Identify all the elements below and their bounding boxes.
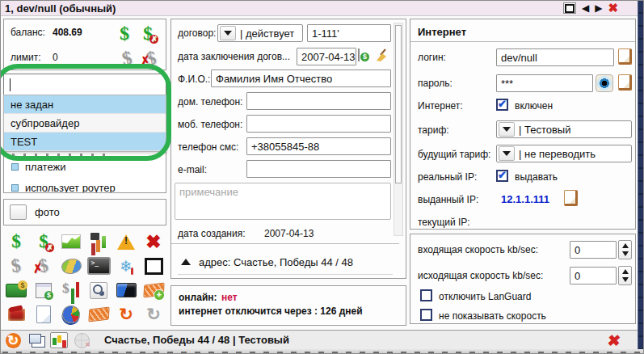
freeze-account-icon[interactable]	[112, 254, 140, 278]
document-icon[interactable]	[30, 302, 57, 327]
login-label: логин:	[418, 52, 446, 63]
group-filter-input[interactable]	[3, 74, 166, 95]
contract-status-value: | действует	[240, 27, 294, 40]
prev-user-icon[interactable]: ◀	[582, 2, 589, 14]
money-add-icon[interactable]: $	[2, 230, 30, 254]
limit-value: 0	[53, 52, 58, 63]
text-caret	[10, 78, 11, 91]
delete-user-icon[interactable]	[140, 230, 167, 254]
email-input[interactable]	[246, 160, 391, 178]
home-phone-input[interactable]	[246, 92, 391, 110]
copy-clipboard-icon[interactable]	[618, 48, 632, 65]
objects-diagram-icon[interactable]	[85, 230, 112, 254]
close-icon[interactable]	[605, 332, 623, 348]
money-gray-icon[interactable]: $	[2, 254, 30, 278]
money-gray-remove-icon[interactable]: $✗	[30, 254, 57, 278]
password-input[interactable]: ***	[496, 74, 593, 92]
bar-chart-icon[interactable]	[50, 332, 68, 348]
dropdown-option-test[interactable]: TEST	[4, 133, 166, 151]
group-dropdown: не задан субпровайдер TEST	[3, 95, 166, 152]
monitor-icon[interactable]	[140, 254, 167, 278]
login-input[interactable]: dev/null	[496, 48, 614, 66]
hide-speed-checkbox[interactable]	[420, 309, 432, 321]
coins-icon[interactable]	[57, 254, 85, 278]
sms-phone-input[interactable]: +38055845-88	[246, 137, 391, 155]
balance-value: 408.69	[53, 27, 82, 38]
chevron-down-icon[interactable]	[499, 122, 515, 137]
list-item-label: использует роутер	[25, 182, 116, 193]
in-speed-input[interactable]: 0	[570, 241, 617, 259]
side-tab-strip[interactable]	[638, 1, 644, 349]
list-item-payments[interactable]: платежи	[4, 161, 166, 175]
copy-clipboard-icon[interactable]	[564, 190, 578, 206]
calendar-money-icon[interactable]	[30, 278, 57, 302]
money-remove-icon[interactable]: $✗	[143, 24, 153, 42]
maximize-icon[interactable]	[563, 2, 576, 14]
cascade-windows-icon[interactable]	[27, 332, 45, 348]
future-tariff-label: будущий тариф:	[418, 149, 490, 160]
collapse-icon[interactable]	[181, 259, 191, 265]
divider	[410, 41, 635, 42]
address-row[interactable]: адрес: Счастье, Победы 44 / 48	[199, 256, 353, 268]
calendar-icon[interactable]	[358, 49, 373, 64]
chevron-down-icon[interactable]	[10, 204, 27, 220]
globe-offline-icon[interactable]	[73, 332, 90, 348]
card-icon[interactable]	[85, 302, 112, 327]
divider	[171, 243, 399, 244]
email-label: e-mail:	[178, 164, 207, 175]
contract-date-input[interactable]: 2007-04-13	[297, 48, 356, 65]
languard-checkbox[interactable]	[420, 289, 432, 301]
chevron-down-icon[interactable]	[499, 146, 515, 161]
hide-speed-label: не показывать скорость	[439, 310, 546, 322]
mob-phone-input[interactable]	[246, 115, 391, 133]
tariff-combo[interactable]: | Тестовый	[496, 120, 632, 138]
future-tariff-value: | не переводить	[519, 148, 596, 160]
list-item-uses-router[interactable]: использует роутер	[4, 182, 166, 193]
search-icon[interactable]	[85, 278, 112, 302]
out-speed-stepper[interactable]	[618, 266, 632, 285]
gift-icon[interactable]	[2, 302, 30, 327]
future-tariff-combo[interactable]: | не переводить	[496, 145, 632, 162]
scrollbar-thumb[interactable]	[395, 25, 402, 183]
fio-label: Ф.И.О.:	[178, 74, 210, 85]
show-password-eye-icon[interactable]	[596, 74, 613, 92]
money-add-icon[interactable]: $	[120, 24, 129, 42]
bluescreen-flag-icon[interactable]	[112, 278, 140, 302]
password-label: пароль:	[418, 78, 452, 89]
contract-number-input[interactable]: 1-111'	[307, 24, 391, 42]
clear-broom-icon[interactable]	[375, 48, 389, 62]
out-speed-value: 0	[575, 270, 580, 282]
console-icon[interactable]	[85, 254, 112, 278]
fio-input[interactable]: Фамилия Имя Отчество	[211, 70, 391, 87]
dropdown-option-subprovider[interactable]: субпровайдер	[4, 114, 166, 133]
warning-icon[interactable]	[112, 230, 140, 254]
refresh-orange-icon[interactable]	[112, 302, 140, 327]
out-speed-input[interactable]: 0	[570, 267, 617, 284]
contract-status-combo[interactable]: | действует	[217, 24, 303, 42]
real-ip-state: выдавать	[515, 171, 558, 183]
limit-money-icon[interactable]: $	[120, 48, 133, 68]
traffic-chart-icon[interactable]	[57, 230, 85, 254]
money-block-icon[interactable]: $✗	[30, 230, 57, 254]
next-user-icon[interactable]: ▶	[595, 2, 602, 14]
tariff-value: | Тестовый	[519, 124, 570, 136]
in-speed-stepper[interactable]	[618, 240, 632, 259]
form-scrollbar[interactable]	[394, 23, 403, 236]
real-ip-checkbox[interactable]	[496, 170, 508, 182]
pie-chart-icon[interactable]	[57, 302, 85, 327]
dropdown-option-not-set[interactable]: не задан	[4, 95, 166, 114]
note-textarea[interactable]: примечание	[175, 183, 391, 220]
issued-ip-value[interactable]: 12.1.1.111	[501, 193, 549, 205]
refresh-icon[interactable]	[4, 332, 22, 348]
chevron-down-icon[interactable]	[220, 26, 236, 40]
card-add-icon[interactable]	[140, 278, 167, 302]
internet-enabled-checkbox[interactable]	[496, 99, 508, 111]
panel-title: Интернет	[418, 26, 466, 38]
refresh-gray-icon[interactable]	[140, 302, 167, 327]
limit-money-remove-icon[interactable]: $✗	[145, 48, 158, 68]
money-stats-icon[interactable]	[57, 278, 85, 302]
copy-clipboard-icon[interactable]	[618, 74, 632, 91]
network-card-money-icon[interactable]	[2, 278, 30, 302]
internet-panel: Интернет логин: dev/null пароль: *** Инт…	[410, 19, 636, 230]
close-icon[interactable]: ✖	[608, 2, 618, 14]
